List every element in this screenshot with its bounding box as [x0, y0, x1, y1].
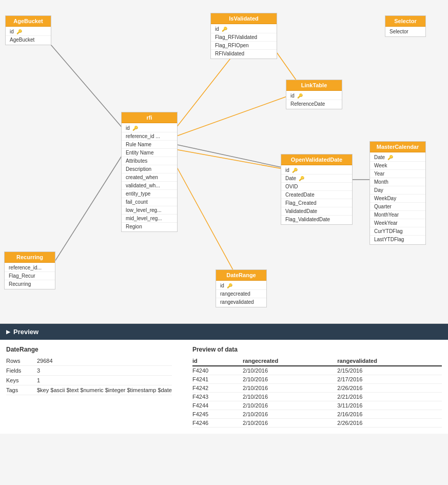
col-header-id: id	[192, 356, 243, 366]
table-linktable[interactable]: LinkTable id 🔑 ReferenceDate	[286, 80, 342, 109]
field-row: mid_level_reg...	[122, 215, 177, 223]
field-row: id 🔑	[6, 28, 51, 36]
table-row: F42442/10/20163/11/2016	[192, 401, 442, 410]
preview-title: Preview	[13, 328, 38, 336]
meta-label: Tags	[6, 387, 32, 393]
svg-line-6	[172, 159, 241, 285]
table-cell: 2/17/2016	[337, 375, 442, 384]
table-recurring-header: Recurring	[5, 252, 55, 263]
field-row: ReferenceDate	[286, 100, 342, 108]
field-row: Flag_Created	[281, 199, 352, 207]
table-row: F42432/10/20162/21/2016	[192, 393, 442, 401]
field-row: LastYTDFlag	[370, 236, 425, 243]
table-cell: 2/10/2016	[243, 419, 337, 428]
table-daterange[interactable]: DateRange id 🔑 rangecreated rangevalidat…	[216, 269, 267, 307]
table-row: F42452/10/20162/16/2016	[192, 410, 442, 419]
table-cell: F4242	[192, 384, 243, 393]
meta-row-fields: Fields 3	[6, 366, 172, 376]
preview-table-name: DateRange	[6, 346, 172, 353]
table-recurring[interactable]: Recurring reference_id... Flag_Recur Rec…	[4, 251, 55, 289]
preview-data: Preview of data id rangecreated rangeval…	[192, 346, 442, 428]
table-cell: 2/15/2016	[337, 366, 442, 375]
table-cell: 2/10/2016	[243, 410, 337, 419]
field-row: Year	[370, 170, 425, 178]
field-row: id 🔑	[281, 166, 352, 174]
table-cell: F4246	[192, 419, 243, 428]
table-cell: 2/10/2016	[243, 375, 337, 384]
svg-line-0	[41, 33, 126, 132]
preview-data-title: Preview of data	[192, 346, 442, 353]
field-row: entity_type	[122, 190, 177, 198]
table-cell: F4245	[192, 410, 243, 419]
meta-value-keys: 1	[37, 377, 40, 383]
table-row: F42462/10/20162/26/2016	[192, 419, 442, 428]
field-row: WeekDay	[370, 195, 425, 203]
field-row: Flag_RFIOpen	[211, 42, 277, 50]
table-cell: F4240	[192, 366, 243, 375]
field-row: Date 🔑	[281, 174, 352, 183]
table-cell: 2/16/2016	[337, 410, 442, 419]
field-row: Month	[370, 178, 425, 186]
field-row: RFIValidated	[211, 50, 277, 57]
meta-row-rows: Rows 29684	[6, 356, 172, 366]
table-agebucket-header: AgeBucket	[6, 16, 51, 27]
meta-value-rows: 29684	[37, 358, 53, 364]
table-agebucket[interactable]: AgeBucket id 🔑 AgeBucket	[5, 15, 51, 45]
field-row: Recurring	[5, 280, 55, 288]
table-rfi-header: rfi	[122, 112, 177, 123]
field-row: Flag_Recur	[5, 272, 55, 280]
col-header-rangevalidated: rangevalidated	[337, 356, 442, 366]
field-row: OVID	[281, 183, 352, 191]
field-row: Date 🔑	[370, 153, 425, 162]
field-row: Entity Name	[122, 149, 177, 157]
field-row: Region	[122, 223, 177, 230]
table-cell: 2/26/2016	[337, 419, 442, 428]
table-linktable-header: LinkTable	[286, 80, 342, 91]
table-selector[interactable]: Selector Selector	[385, 15, 426, 37]
table-cell: 2/26/2016	[337, 384, 442, 393]
field-row: Description	[122, 165, 177, 173]
field-row: Week	[370, 162, 425, 170]
table-mastercalendar-header: MasterCalendar	[370, 142, 425, 152]
field-row: Day	[370, 186, 425, 195]
table-rfi[interactable]: rfi id 🔑 reference_id ... Rule Name Enti…	[121, 112, 178, 232]
svg-line-7	[51, 149, 126, 267]
preview-meta: DateRange Rows 29684 Fields 3 Keys 1 Tag…	[6, 346, 172, 428]
table-openvalidateddate[interactable]: OpenValidatedDate id 🔑 Date 🔑 OVID Creat…	[281, 154, 353, 225]
field-row: MonthYear	[370, 211, 425, 219]
table-cell: 2/10/2016	[243, 393, 337, 401]
field-row: AgeBucket	[6, 36, 51, 44]
field-row: Rule Name	[122, 141, 177, 149]
table-isvalidated-header: IsValidated	[211, 13, 277, 24]
field-row: rangecreated	[216, 290, 266, 298]
table-cell: 2/10/2016	[243, 384, 337, 393]
col-header-rangecreated: rangecreated	[243, 356, 337, 366]
table-row: F42402/10/20162/15/2016	[192, 366, 442, 375]
table-cell: F4243	[192, 393, 243, 401]
table-mastercalendar[interactable]: MasterCalendar Date 🔑 Week Year Month Da…	[369, 141, 426, 245]
field-row: Quarter	[370, 203, 425, 211]
table-isvalidated[interactable]: IsValidated id 🔑 Flag_RFIValidated Flag_…	[210, 13, 277, 59]
svg-line-1	[172, 51, 236, 132]
preview-section: Preview DateRange Rows 29684 Fields 3 Ke…	[0, 323, 448, 434]
field-row: created_when	[122, 173, 177, 182]
field-row: validated_wh...	[122, 182, 177, 190]
field-row: ValidatedDate	[281, 207, 352, 216]
meta-label: Keys	[6, 377, 32, 383]
field-row: id 🔑	[122, 124, 177, 132]
schema-canvas: AgeBucket id 🔑 AgeBucket IsValidated id …	[0, 0, 448, 323]
meta-value-tags: $key $ascii $text $numeric $integer $tim…	[37, 387, 172, 393]
field-row: low_level_reg...	[122, 206, 177, 215]
meta-value-fields: 3	[37, 367, 40, 374]
field-row: WeekYear	[370, 219, 425, 227]
data-table: id rangecreated rangevalidated F42402/10…	[192, 356, 442, 428]
field-row: Selector	[385, 28, 425, 35]
table-openvalidateddate-header: OpenValidatedDate	[281, 154, 352, 165]
field-row: Attributes	[122, 157, 177, 165]
table-cell: 3/11/2016	[337, 401, 442, 410]
field-row: reference_id...	[5, 264, 55, 272]
field-row: id 🔑	[216, 282, 266, 290]
field-row: Flag_ValidatedDate	[281, 216, 352, 223]
table-daterange-header: DateRange	[216, 270, 266, 281]
meta-label: Fields	[6, 367, 32, 374]
